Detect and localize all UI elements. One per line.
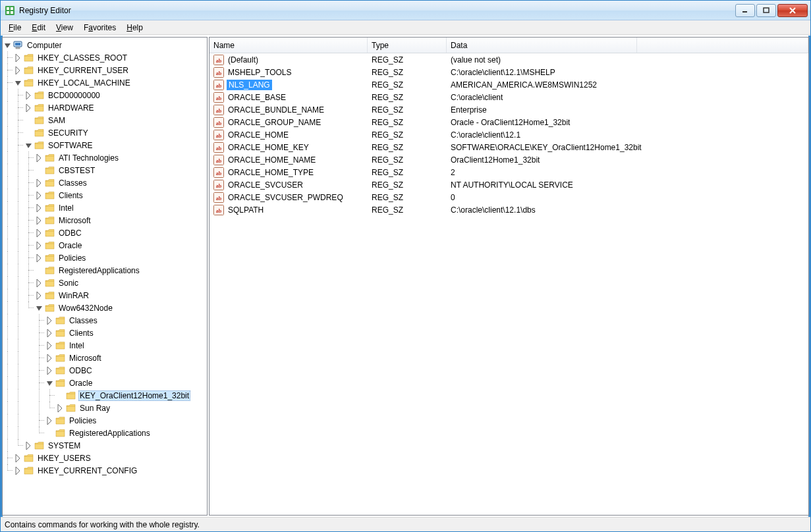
tree-node[interactable]: Sun Ray — [3, 402, 207, 414]
menu-edit[interactable]: Edit — [26, 20, 51, 34]
tree-node[interactable]: Classes — [3, 314, 207, 327]
column-data[interactable]: Data — [447, 38, 637, 53]
expand-icon[interactable] — [13, 453, 24, 464]
tree-node-label: Classes — [68, 315, 99, 326]
tree-node[interactable]: HARDWARE — [3, 101, 207, 114]
collapse-icon[interactable] — [13, 78, 24, 88]
registry-tree[interactable]: ComputerHKEY_CLASSES_ROOTHKEY_CURRENT_US… — [2, 37, 208, 516]
menu-help[interactable]: Help — [121, 20, 148, 34]
expand-icon[interactable] — [13, 466, 24, 476]
tree-node-label: Classes — [57, 178, 88, 188]
tree-node[interactable]: HKEY_CURRENT_USER — [3, 64, 207, 76]
tree-node[interactable]: SOFTWARE — [3, 139, 207, 151]
tree-node[interactable]: ATI Technologies — [3, 151, 207, 164]
list-row[interactable]: (Default)REG_SZ(value not set) — [210, 53, 808, 66]
list-row[interactable]: ORACLE_HOME_KEYREG_SZSOFTWARE\ORACLE\KEY… — [210, 141, 808, 153]
tree-node[interactable]: HKEY_CURRENT_CONFIG — [3, 464, 207, 477]
list-row[interactable]: ORACLE_GROUP_NAMEREG_SZOracle - OraClien… — [210, 116, 808, 128]
collapse-icon[interactable] — [34, 303, 45, 313]
menu-view[interactable]: View — [51, 20, 78, 34]
expand-icon[interactable] — [34, 240, 45, 251]
tree-node[interactable]: Microsoft — [3, 352, 207, 364]
list-row[interactable]: ORACLE_BASEREG_SZC:\oracle\client — [210, 91, 808, 103]
expand-icon[interactable] — [34, 190, 45, 201]
tree-node[interactable]: Sonic — [3, 277, 207, 289]
tree-node[interactable]: SAM — [3, 114, 207, 126]
tree-node[interactable]: SECURITY — [3, 126, 207, 139]
expand-icon[interactable] — [45, 365, 55, 376]
expand-icon[interactable] — [55, 403, 66, 413]
expand-icon[interactable] — [34, 203, 45, 213]
list-row[interactable]: MSHELP_TOOLSREG_SZC:\oracle\client\12.1\… — [210, 66, 808, 78]
folder-icon — [34, 115, 45, 126]
tree-node[interactable]: Intel — [3, 201, 207, 214]
list-row[interactable]: SQLPATHREG_SZC:\oracle\client\12.1\dbs — [210, 203, 808, 216]
tree-node[interactable]: Clients — [3, 327, 207, 339]
tree-node[interactable]: Policies — [3, 414, 207, 427]
list-row[interactable]: ORACLE_HOME_NAMEREG_SZOraClient12Home1_3… — [210, 153, 808, 166]
tree-node[interactable]: ODBC — [3, 226, 207, 239]
expand-icon[interactable] — [45, 340, 55, 351]
expand-icon[interactable] — [34, 215, 45, 226]
tree-node[interactable]: RegisteredApplications — [3, 427, 207, 439]
expand-icon[interactable] — [45, 415, 55, 426]
column-type[interactable]: Type — [368, 38, 447, 53]
folder-icon — [55, 428, 66, 439]
tree-node[interactable]: HKEY_CLASSES_ROOT — [3, 51, 207, 64]
list-row[interactable]: ORACLE_HOME_TYPEREG_SZ2 — [210, 166, 808, 178]
collapse-icon[interactable] — [3, 40, 13, 51]
expand-icon[interactable] — [45, 328, 55, 338]
tree-node[interactable]: Policies — [3, 252, 207, 264]
column-name[interactable]: Name — [210, 38, 368, 53]
tree-node[interactable]: BCD00000000 — [3, 89, 207, 101]
tree-node-label: HARDWARE — [47, 103, 96, 113]
tree-node[interactable]: Wow6432Node — [3, 302, 207, 314]
tree-node[interactable]: HKEY_LOCAL_MACHINE — [3, 76, 207, 89]
tree-node[interactable]: WinRAR — [3, 289, 207, 302]
tree-node[interactable]: Intel — [3, 339, 207, 352]
value-type: REG_SZ — [368, 155, 447, 165]
tree-node[interactable]: HKEY_USERS — [3, 452, 207, 464]
tree-node[interactable]: Oracle — [3, 239, 207, 252]
close-button[interactable] — [777, 4, 808, 17]
collapse-icon[interactable] — [45, 378, 55, 388]
expand-icon[interactable] — [34, 153, 45, 163]
expand-icon[interactable] — [34, 178, 45, 188]
expand-icon[interactable] — [24, 440, 34, 451]
tree-node[interactable]: KEY_OraClient12Home1_32bit — [3, 389, 207, 402]
tree-node[interactable]: RegisteredApplications — [3, 264, 207, 277]
expand-icon[interactable] — [45, 353, 55, 363]
maximize-button[interactable] — [756, 4, 776, 17]
menu-file[interactable]: File — [3, 20, 26, 34]
expand-icon[interactable] — [34, 228, 45, 238]
expand-icon[interactable] — [13, 53, 24, 63]
tree-node[interactable]: Clients — [3, 189, 207, 201]
expand-icon[interactable] — [45, 315, 55, 326]
list-row[interactable]: ORACLE_HOMEREG_SZC:\oracle\client\12.1 — [210, 128, 808, 141]
tree-node[interactable]: Computer — [3, 39, 207, 51]
titlebar[interactable]: Registry Editor — [1, 1, 810, 20]
list-row[interactable]: ORACLE_SVCUSERREG_SZNT AUTHORITY\LOCAL S… — [210, 178, 808, 191]
tree-node[interactable]: CBSTEST — [3, 164, 207, 176]
tree-node[interactable]: Oracle — [3, 377, 207, 389]
expand-icon[interactable] — [13, 65, 24, 76]
tree-node[interactable]: Microsoft — [3, 214, 207, 226]
list-row[interactable]: NLS_LANGREG_SZAMERICAN_AMERICA.WE8MSWIN1… — [210, 78, 808, 91]
collapse-icon[interactable] — [24, 140, 34, 151]
tree-node[interactable]: ODBC — [3, 364, 207, 377]
value-data: C:\oracle\client\12.1\dbs — [447, 205, 808, 215]
tree-node[interactable]: SYSTEM — [3, 439, 207, 452]
expand-icon[interactable] — [34, 253, 45, 263]
expand-icon[interactable] — [24, 90, 34, 101]
folder-icon — [45, 290, 55, 301]
expand-icon[interactable] — [34, 290, 45, 301]
list-row[interactable]: ORACLE_SVCUSER_PWDREQREG_SZ0 — [210, 191, 808, 203]
value-list[interactable]: Name Type Data (Default)REG_SZ(value not… — [209, 37, 809, 516]
expand-icon[interactable] — [24, 103, 34, 113]
reg-string-icon — [213, 117, 224, 128]
expand-icon[interactable] — [34, 278, 45, 288]
menu-favorites[interactable]: Favorites — [78, 20, 121, 34]
tree-node[interactable]: Classes — [3, 176, 207, 189]
list-row[interactable]: ORACLE_BUNDLE_NAMEREG_SZEnterprise — [210, 103, 808, 116]
minimize-button[interactable] — [735, 4, 755, 17]
